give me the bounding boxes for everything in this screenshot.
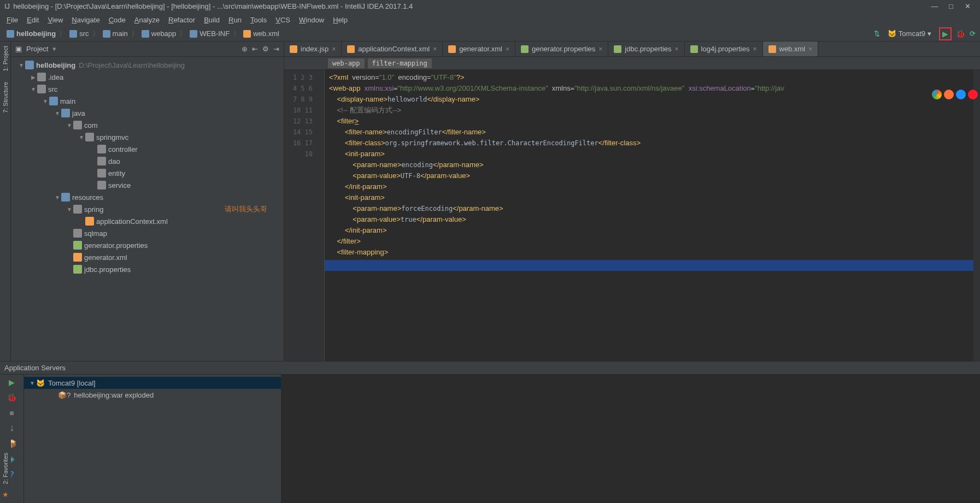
tree-row[interactable]: ▼hellobeijingD:\Project\Java\Learn\hello… (11, 59, 284, 71)
editor-tab[interactable]: index.jsp× (284, 42, 342, 56)
safari-icon[interactable] (956, 90, 966, 99)
close-button[interactable]: ✕ (959, 0, 976, 13)
tree-row[interactable]: generator.properties (11, 239, 284, 251)
project-tree[interactable]: ▼hellobeijingD:\Project\Java\Learn\hello… (11, 57, 284, 361)
breadcrumb-item[interactable]: main (101, 29, 130, 38)
menu-edit[interactable]: Edit (22, 16, 43, 24)
tree-dim: D:\Project\Java\Learn\hellobeijing (79, 61, 185, 69)
collapse-icon[interactable]: ⇤ (252, 45, 258, 53)
tree-arrow-icon[interactable]: ▼ (54, 110, 61, 116)
star-icon[interactable]: ★ (2, 490, 9, 499)
menu-view[interactable]: View (43, 16, 67, 24)
tree-row[interactable]: ▼resources (11, 191, 284, 203)
tree-arrow-icon[interactable]: ▶ (30, 74, 37, 80)
side-tab[interactable]: 7: Structure (2, 82, 9, 113)
close-icon[interactable]: × (753, 45, 756, 53)
tree-row[interactable]: applicationContext.xml (11, 215, 284, 227)
gear-icon[interactable]: ⚙ (262, 45, 269, 53)
editor-tab[interactable]: log4j.properties× (685, 42, 763, 56)
server-label: Tomcat9 [local] (48, 379, 96, 387)
editor-tab[interactable]: generator.properties× (515, 42, 608, 56)
close-icon[interactable]: × (675, 45, 679, 53)
tree-arrow-icon[interactable]: ▼ (66, 122, 73, 128)
menu-build[interactable]: Build (199, 16, 224, 24)
breadcrumb-sep: 〉 (92, 29, 99, 39)
code-text[interactable]: <?xml version="1.0" encoding="UTF-8"?> <… (325, 70, 973, 361)
minimize-button[interactable]: — (926, 0, 943, 13)
locate-icon[interactable]: ⊕ (242, 45, 248, 53)
close-icon[interactable]: × (808, 45, 812, 53)
maximize-button[interactable]: □ (943, 0, 959, 13)
menu-vcs[interactable]: VCS (271, 16, 295, 24)
menu-window[interactable]: Window (295, 16, 328, 24)
menu-code[interactable]: Code (104, 16, 130, 24)
tree-arrow-icon[interactable]: ▼ (42, 98, 49, 104)
menu-tools[interactable]: Tools (246, 16, 271, 24)
minimap[interactable] (973, 70, 980, 361)
close-icon[interactable]: × (506, 45, 509, 53)
code-area[interactable]: 1 2 3 4 5 6 7 8 9 10 11 12 13 14 15 16 1… (284, 70, 980, 361)
server-row[interactable]: 📦?hellobeijing:war exploded (24, 389, 281, 401)
tree-row[interactable]: ▼src (11, 83, 284, 95)
tree-arrow-icon[interactable]: ▼ (78, 134, 85, 140)
tree-arrow-icon[interactable]: ▼ (17, 62, 25, 68)
tree-row[interactable]: service (11, 179, 284, 191)
xml-icon (73, 253, 82, 262)
tree-row[interactable]: ▼main (11, 95, 284, 107)
stop-button[interactable]: ⟳ (970, 29, 976, 38)
tree-arrow-icon[interactable]: ▼ (66, 206, 73, 212)
menu-run[interactable]: Run (224, 16, 246, 24)
run-button[interactable]: ▶ (939, 27, 952, 40)
menu-navigate[interactable]: Navigate (67, 16, 104, 24)
breadcrumb-item[interactable]: hellobeijing (4, 29, 58, 38)
favorites-tab[interactable]: 2: Favorites (2, 453, 9, 484)
server-tree[interactable]: ▼🐱Tomcat9 [local]📦?hellobeijing:war expl… (24, 375, 281, 503)
menu-file[interactable]: File (2, 16, 22, 24)
server-row[interactable]: ▼🐱Tomcat9 [local] (24, 377, 281, 389)
editor-tab[interactable]: jdbc.properties× (608, 42, 684, 56)
tree-row[interactable]: entity (11, 167, 284, 179)
tree-arrow-icon[interactable]: ▼ (54, 194, 61, 200)
breadcrumb-item[interactable]: src (67, 29, 91, 38)
editor-crumb[interactable]: web-app (328, 58, 365, 68)
side-tab[interactable]: 1: Project (2, 46, 9, 71)
breadcrumb-item[interactable]: webapp (139, 29, 179, 38)
hide-icon[interactable]: ⇥ (273, 45, 279, 53)
firefox-icon[interactable] (944, 90, 954, 99)
server-run-button[interactable]: ▶ (9, 378, 15, 387)
tree-row[interactable]: ▶.idea (11, 71, 284, 83)
close-icon[interactable]: × (433, 45, 437, 53)
updates-icon[interactable]: ⇅ (874, 29, 880, 38)
server-debug-button[interactable]: 🐞 (7, 393, 16, 402)
menu-refactor[interactable]: Refactor (164, 16, 199, 24)
editor-crumb[interactable]: filter-mapping (368, 58, 432, 68)
tree-row[interactable]: ▼springmvc (11, 131, 284, 143)
tree-label: generator.xml (84, 253, 127, 262)
project-dropdown-icon[interactable]: ▾ (52, 45, 56, 53)
tree-row[interactable]: ▼com (11, 119, 284, 131)
tree-row[interactable]: ▼java (11, 107, 284, 119)
server-deploy-button[interactable]: ⤓ (9, 424, 15, 433)
menu-analyze[interactable]: Analyze (130, 16, 164, 24)
tree-row[interactable]: dao (11, 155, 284, 167)
fold-column[interactable] (317, 70, 325, 361)
menu-help[interactable]: Help (328, 16, 352, 24)
server-stop-button[interactable]: ■ (9, 409, 14, 417)
chrome-icon[interactable] (932, 90, 942, 99)
run-config-selector[interactable]: 🐱 Tomcat9 ▾ (884, 28, 935, 39)
tree-row[interactable]: generator.xml (11, 251, 284, 263)
opera-icon[interactable] (968, 90, 978, 99)
editor-tab[interactable]: generator.xml× (443, 42, 515, 56)
editor-tab[interactable]: web.xml× (763, 42, 819, 56)
tree-arrow-icon[interactable]: ▼ (28, 380, 36, 386)
tree-row[interactable]: sqlmap (11, 227, 284, 239)
editor-tab[interactable]: applicationContext.xml× (342, 42, 443, 56)
tree-row[interactable]: jdbc.properties (11, 263, 284, 275)
breadcrumb-item[interactable]: web.xml (241, 29, 281, 38)
tree-row[interactable]: controller (11, 143, 284, 155)
breadcrumb-item[interactable]: WEB-INF (187, 29, 232, 38)
debug-button[interactable]: 🐞 (956, 29, 965, 38)
tree-arrow-icon[interactable]: ▼ (30, 86, 37, 92)
close-icon[interactable]: × (332, 45, 336, 53)
close-icon[interactable]: × (598, 45, 602, 53)
